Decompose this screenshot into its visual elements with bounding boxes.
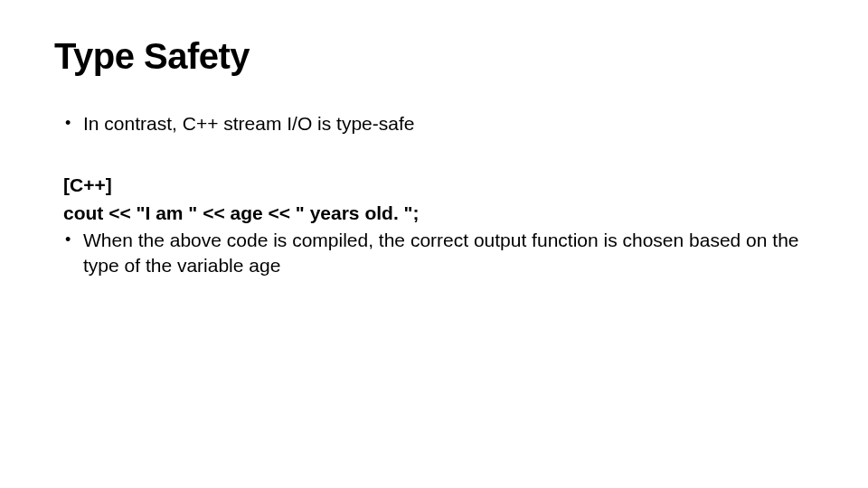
code-label: [C++] (63, 173, 814, 198)
bullet-item: • In contrast, C++ stream I/O is type-sa… (63, 111, 814, 136)
bullet-text: When the above code is compiled, the cor… (83, 228, 814, 279)
bullet-item: • When the above code is compiled, the c… (63, 228, 814, 279)
bullet-text: In contrast, C++ stream I/O is type-safe (83, 111, 814, 136)
bullet-marker: • (63, 228, 83, 252)
bullet-marker: • (63, 111, 83, 136)
slide-body: • In contrast, C++ stream I/O is type-sa… (54, 111, 814, 279)
slide-title: Type Safety (54, 36, 814, 77)
code-line: cout << "I am " << age << " years old. "… (63, 201, 814, 226)
